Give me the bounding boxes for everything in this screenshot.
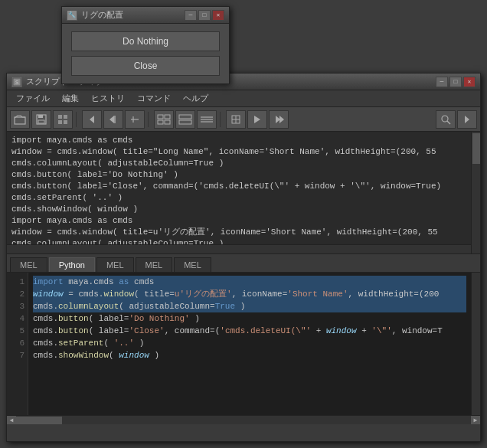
toolbar-play2-button[interactable]	[247, 110, 267, 129]
svg-rect-6	[58, 115, 62, 119]
dialog-icon: 🔧	[67, 10, 77, 21]
line-num-7: 7	[7, 349, 28, 361]
menu-file[interactable]: ファイル	[10, 91, 56, 106]
dialog-titlebar: 🔧 リグの配置 ─ □ ✕	[62, 7, 229, 24]
upper-scrollbar-vertical[interactable]	[471, 132, 480, 253]
upper-code-line-7: cmds.showWindow( window )	[11, 204, 476, 215]
line-num-4: 4	[7, 312, 28, 325]
line-numbers: 1 2 3 4 5 6 7	[7, 273, 28, 424]
toolbar-arrow-button[interactable]	[457, 110, 477, 129]
svg-marker-27	[254, 116, 260, 123]
menu-edit[interactable]: 編集	[56, 91, 85, 106]
svg-rect-4	[38, 115, 43, 118]
tab-mel-3[interactable]: MEL	[136, 257, 173, 272]
line-num-3: 3	[7, 300, 28, 312]
svg-rect-2	[15, 117, 25, 124]
svg-rect-17	[158, 120, 163, 124]
svg-rect-15	[158, 115, 163, 119]
toolbar-sep1	[76, 112, 79, 127]
tab-mel-4[interactable]: MEL	[174, 257, 211, 272]
lower-scrollbar-vertical[interactable]	[471, 273, 480, 415]
upper-code-line-5: cmds.button( label='Close', command=('cm…	[11, 181, 476, 192]
toolbar-search-button[interactable]	[436, 110, 456, 129]
menubar: ファイル 編集 ヒストリ コマンド ヘルプ	[7, 90, 480, 107]
editor-line-6: cmds.setParent( '..' )	[33, 337, 466, 349]
upper-code-line-1: import maya.cmds as cmds	[11, 135, 476, 146]
editor-window: S スクリプト エディタ ─ □ ✕ ファイル 編集 ヒストリ コマンド ヘルプ	[6, 73, 481, 442]
close-button[interactable]: Close	[71, 56, 220, 76]
svg-text:S: S	[15, 80, 18, 86]
upper-code-line-3: cmds.columnLayout( adjustableColumn=True…	[11, 158, 476, 169]
upper-code-line-4: cmds.button( label='Do Nothing' )	[11, 169, 476, 181]
scroll-track[interactable]	[16, 416, 471, 425]
svg-rect-5	[38, 120, 44, 123]
toolbar-play-button[interactable]	[226, 110, 246, 129]
svg-marker-10	[90, 116, 94, 123]
editor-maximize-button[interactable]: □	[449, 77, 462, 87]
toolbar-btn3[interactable]	[53, 110, 73, 129]
editor-line-1: import maya.cmds as cmds	[33, 276, 466, 288]
menu-command[interactable]: コマンド	[131, 91, 177, 106]
tab-mel-1[interactable]: MEL	[10, 257, 47, 272]
svg-marker-32	[465, 116, 469, 123]
editor-line-2: window = cmds.window( title=u'リグの配置', ic…	[33, 288, 466, 300]
editor-line-5: cmds.button( label='Close', command=('cm…	[33, 325, 466, 337]
toolbar-back-button[interactable]	[82, 110, 102, 129]
toolbar-grid2-button[interactable]	[175, 110, 195, 129]
toolbar-list-button[interactable]	[197, 110, 217, 129]
upper-code-line-6: cmds.setParent( '..' )	[11, 192, 476, 204]
dialog-minimize-button[interactable]: ─	[185, 10, 197, 21]
line-num-2: 2	[7, 288, 28, 300]
toolbar-save-button[interactable]	[31, 110, 51, 129]
scroll-left-button[interactable]: ◀	[7, 416, 16, 425]
upper-scrollbar-horizontal[interactable]	[7, 244, 471, 253]
toolbar-back3-button[interactable]	[125, 110, 145, 129]
do-nothing-button[interactable]: Do Nothing	[71, 31, 220, 51]
scroll-thumb[interactable]	[16, 417, 62, 424]
line-num-5: 5	[7, 325, 28, 337]
editor-window-controls: ─ □ ✕	[436, 77, 476, 87]
line-num-1: 1	[7, 276, 28, 288]
toolbar	[7, 107, 480, 132]
toolbar-sep2	[148, 112, 151, 127]
svg-line-31	[447, 121, 450, 124]
upper-code-line-2: window = cmds.window( title="Long Name",…	[11, 146, 476, 158]
dialog-close-button[interactable]: ✕	[212, 10, 224, 21]
lower-editor: 1 2 3 4 5 6 7 import maya.cmds as cmds w…	[7, 273, 480, 424]
svg-rect-8	[58, 120, 62, 124]
editor-minimize-button[interactable]: ─	[436, 77, 448, 87]
toolbar-grid-button[interactable]	[154, 110, 174, 129]
svg-rect-19	[179, 115, 191, 119]
upper-code-area: import maya.cmds as cmds window = cmds.w…	[7, 132, 480, 254]
dialog-title: リグの配置	[81, 9, 185, 21]
menu-history[interactable]: ヒストリ	[85, 91, 131, 106]
toolbar-sep3	[220, 112, 223, 127]
menu-help[interactable]: ヘルプ	[177, 91, 214, 106]
lower-scrollbar-horizontal[interactable]: ◀ ▶	[7, 415, 480, 424]
svg-rect-20	[179, 120, 191, 124]
upper-scrollbar-thumb[interactable]	[472, 133, 480, 164]
toolbar-open-button[interactable]	[10, 110, 30, 129]
tab-mel-2[interactable]: MEL	[96, 257, 134, 272]
dialog-maximize-button[interactable]: □	[198, 10, 211, 21]
editor-content[interactable]: import maya.cmds as cmds window = cmds.w…	[28, 273, 471, 424]
toolbar-back2-button[interactable]	[103, 110, 123, 129]
svg-marker-11	[109, 116, 114, 123]
dialog-window: 🔧 リグの配置 ─ □ ✕ Do Nothing Close	[61, 6, 230, 84]
upper-code-line-9: window = cmds.window( title=u'リグの配置', ic…	[11, 227, 476, 238]
line-num-6: 6	[7, 337, 28, 349]
svg-marker-29	[279, 116, 284, 123]
upper-code-display: import maya.cmds as cmds window = cmds.w…	[7, 132, 480, 254]
toolbar-play3-button[interactable]	[269, 110, 289, 129]
svg-rect-7	[64, 115, 67, 119]
svg-rect-9	[64, 120, 67, 124]
upper-code-line-8: import maya.cmds as cmds	[11, 215, 476, 227]
svg-point-30	[442, 116, 448, 122]
scroll-right-button[interactable]: ▶	[471, 416, 480, 425]
tab-python[interactable]: Python	[49, 257, 95, 272]
editor-line-7: cmds.showWindow( window )	[33, 349, 466, 361]
tabs-bar: MEL Python MEL MEL MEL	[7, 254, 480, 273]
editor-line-4: cmds.button( label='Do Nothing' )	[33, 312, 466, 325]
svg-rect-18	[165, 120, 170, 124]
editor-close-button[interactable]: ✕	[463, 77, 476, 87]
